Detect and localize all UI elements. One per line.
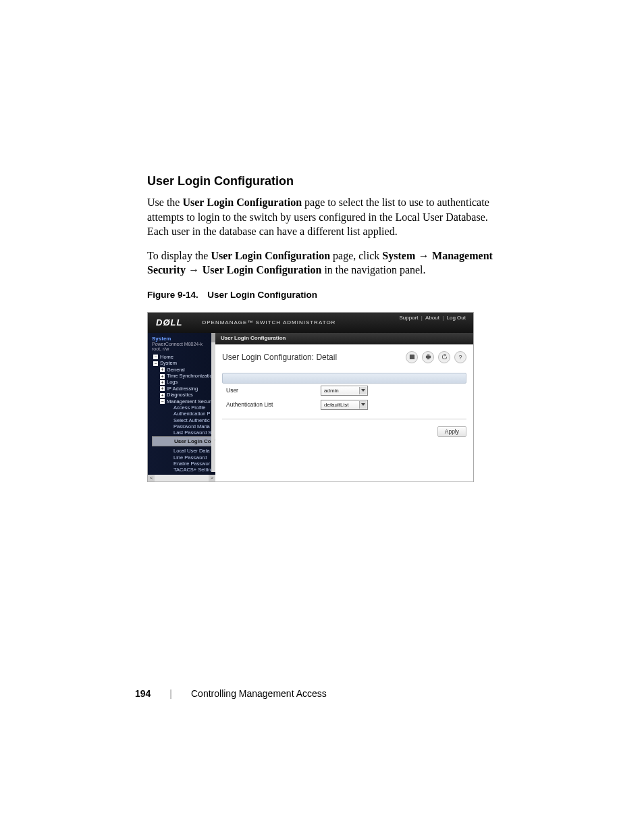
tree-label: Time Synchronization [167,373,214,379]
user-select[interactable]: admin [321,386,368,396]
top-links: Support | About | Log Out [399,315,467,321]
tree-item-user-login[interactable]: User Login Co [152,436,215,446]
tree-label: Diagnostics [167,392,193,398]
panel-action-icons: ? [406,351,466,363]
tree-item-general[interactable]: +General [152,367,214,373]
tree-item-diagnostics[interactable]: +Diagnostics [152,392,214,398]
main-panel: User Login Configuration User Login Conf… [215,333,473,481]
emphasis: User Login Configuration [211,250,330,261]
scroll-left-icon[interactable]: < [148,475,155,481]
scroll-right-icon[interactable]: > [209,475,215,481]
breadcrumb: User Login Configuration [215,333,473,344]
separator-icon: | [442,315,444,321]
text: To display the [147,250,211,261]
logout-link[interactable]: Log Out [447,315,466,321]
authlist-label: Authentication List [226,401,321,408]
dell-logo: DØLL [156,317,182,328]
text: Use the [147,197,182,208]
sidebar-header: System PowerConnect M8024-k root, r/w [148,333,215,353]
page-number: 194 [135,688,151,699]
sidebar-model-label: PowerConnect M8024-k [152,342,211,346]
tree-item-password-mgmt[interactable]: Password Mana [152,423,214,429]
separator-icon: | [421,315,423,321]
text: page, click [330,250,382,261]
nav-step: System [382,250,415,261]
print-icon[interactable] [422,351,434,363]
sidebar-hscrollbar[interactable]: < > [148,475,215,481]
sidebar-system-label: System [152,336,211,342]
footer-divider-icon: | [169,688,172,699]
tree-item-ip[interactable]: +IP Addressing [152,386,214,392]
expand-icon[interactable]: + [160,367,165,372]
tree-item-local-user-db[interactable]: Local User Data [152,448,214,454]
form-row-authlist: Authentication List defaultList [222,398,466,412]
expand-icon[interactable]: + [160,374,165,379]
tree-item-logs[interactable]: +Logs [152,379,214,385]
top-bar: DØLL OPENMANAGE™ SWITCH ADMINISTRATOR Su… [148,313,473,333]
tree-item-auth-profiles[interactable]: Authentication P [152,411,214,417]
tree-item-home[interactable]: −Home [152,354,214,360]
tree-item-system[interactable]: −System [152,360,214,366]
tree-item-access-profile[interactable]: Access Profile [152,405,214,411]
apply-button[interactable]: Apply [437,426,466,437]
expand-icon[interactable]: + [160,393,165,398]
about-link[interactable]: About [425,315,439,321]
svg-rect-0 [425,356,430,359]
arrow-icon: → [186,264,203,276]
collapse-icon[interactable]: − [153,361,158,366]
tree-item-line-password[interactable]: Line Password [152,454,214,461]
svg-rect-2 [427,359,429,360]
tree-label: IP Addressing [167,386,198,392]
tree-item-last-password[interactable]: Last Password S [152,429,214,436]
help-icon[interactable]: ? [454,351,466,363]
refresh-icon[interactable] [438,351,450,363]
divider [222,419,466,419]
nav-step: User Login Configuration [203,264,322,276]
arrow-icon: → [415,250,432,261]
tree-label: Management Security [167,398,214,405]
screenshot-ui: DØLL OPENMANAGE™ SWITCH ADMINISTRATOR Su… [147,312,474,482]
text: in the navigation panel. [321,264,425,276]
save-icon[interactable] [406,351,418,363]
authlist-select[interactable]: defaultList [321,400,368,410]
nav-tree: −Home −System +General +Time Synchroniza… [148,353,215,475]
tree-item-select-auth[interactable]: Select Authentic [152,417,214,423]
sidebar: System PowerConnect M8024-k root, r/w −H… [148,333,215,481]
collapse-icon[interactable]: − [160,399,165,404]
tree-label: Home [160,354,173,360]
tree-label: System [160,360,177,366]
user-label: User [226,387,321,394]
expand-icon[interactable]: + [160,380,165,385]
svg-rect-1 [427,355,429,356]
page-footer: 194|Controlling Management Access [135,688,327,699]
tree-item-tacacs[interactable]: TACACS+ Settin [152,467,214,473]
app-name: OPENMANAGE™ SWITCH ADMINISTRATOR [202,319,336,325]
expand-icon[interactable]: + [160,386,165,391]
emphasis: User Login Configuration [182,197,302,208]
tree-item-time[interactable]: +Time Synchronization [152,373,214,379]
tree-label: General [167,367,185,373]
panel-title: User Login Configuration: Detail [222,353,337,362]
tree-label: Logs [167,379,178,385]
intro-paragraph-2: To display the User Login Configuration … [147,249,498,278]
collapse-icon[interactable]: − [153,355,158,359]
section-header-bar [222,373,466,384]
tree-item-enable-password[interactable]: Enable Passwor [152,461,214,467]
figure-caption: Figure 9-14. User Login Configuration [147,290,498,300]
chapter-title: Controlling Management Access [191,688,327,699]
section-heading: User Login Configuration [147,174,498,188]
tree-item-mgmt-security[interactable]: −Management Security [152,398,214,405]
form-row-user: User admin [222,384,466,398]
intro-paragraph-1: Use the User Login Configuration page to… [147,195,498,239]
sidebar-user-label: root, r/w [152,346,211,351]
support-link[interactable]: Support [400,315,419,321]
